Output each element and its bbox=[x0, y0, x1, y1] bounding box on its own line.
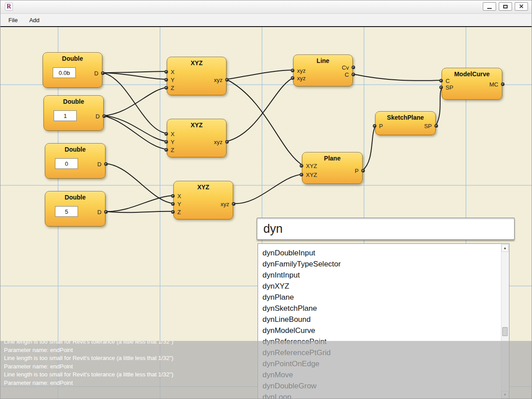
node-xyz-2[interactable]: XYZ X Y Z xyz bbox=[167, 119, 227, 157]
list-item[interactable]: dynDoubleInput bbox=[258, 247, 509, 258]
input-port-icon[interactable] bbox=[291, 76, 294, 80]
node-double-1[interactable]: Double D bbox=[43, 52, 102, 88]
list-item[interactable]: dynLineBound bbox=[258, 314, 509, 325]
output-pin-cv[interactable]: Cv bbox=[342, 64, 355, 70]
list-item[interactable]: dynLoop bbox=[258, 391, 509, 399]
output-port-icon[interactable] bbox=[352, 73, 355, 76]
pin-label: SP bbox=[424, 123, 432, 129]
input-port-icon[interactable] bbox=[373, 124, 376, 128]
list-item[interactable]: dynModelCurve bbox=[258, 325, 509, 336]
list-item[interactable]: dynMove bbox=[258, 369, 509, 380]
input-pin-xyz2[interactable]: xyz bbox=[291, 75, 306, 81]
wire bbox=[102, 73, 168, 79]
output-pin-p[interactable]: P bbox=[355, 168, 365, 174]
double-value-input[interactable] bbox=[55, 206, 78, 217]
output-port-icon[interactable] bbox=[101, 71, 105, 75]
node-modelcurve[interactable]: ModelCurve C SP MC bbox=[442, 68, 502, 100]
input-port-icon[interactable] bbox=[164, 78, 168, 82]
input-pin-y[interactable]: Y bbox=[164, 77, 175, 83]
menu-file[interactable]: File bbox=[8, 17, 18, 23]
output-pin-d[interactable]: D bbox=[98, 209, 108, 215]
minimize-button[interactable] bbox=[483, 2, 496, 11]
node-line[interactable]: Line xyz xyz Cv C bbox=[293, 55, 353, 86]
input-port-icon[interactable] bbox=[171, 210, 175, 214]
output-port-icon[interactable] bbox=[225, 78, 229, 82]
input-pin-x[interactable]: X bbox=[164, 131, 175, 137]
output-pin-xyz[interactable]: xyz bbox=[214, 139, 229, 145]
scrollbar-thumb[interactable] bbox=[502, 327, 508, 336]
node-xyz-3[interactable]: XYZ X Y Z xyz bbox=[173, 181, 233, 219]
input-pin-xyz2[interactable]: XYZ bbox=[300, 172, 317, 178]
node-double-4[interactable]: Double D bbox=[45, 191, 106, 227]
input-port-icon[interactable] bbox=[164, 132, 168, 136]
output-port-icon[interactable] bbox=[434, 124, 438, 128]
output-pin-xyz[interactable]: xyz bbox=[221, 201, 236, 207]
input-port-icon[interactable] bbox=[171, 194, 175, 198]
search-input[interactable] bbox=[257, 218, 514, 239]
output-pin-mc[interactable]: MC bbox=[489, 81, 505, 87]
menu-add[interactable]: Add bbox=[29, 17, 39, 23]
input-port-icon[interactable] bbox=[164, 140, 168, 144]
output-port-icon[interactable] bbox=[361, 169, 365, 172]
input-pin-xyz1[interactable]: xyz bbox=[291, 67, 306, 74]
input-pin-z[interactable]: Z bbox=[164, 147, 174, 153]
input-pin-c[interactable]: C bbox=[439, 78, 450, 84]
input-pin-xyz1[interactable]: XYZ bbox=[300, 163, 317, 169]
output-pin-c[interactable]: C bbox=[345, 71, 355, 78]
input-pin-x[interactable]: X bbox=[164, 69, 175, 75]
output-pin-sp[interactable]: SP bbox=[424, 123, 438, 129]
output-port-icon[interactable] bbox=[102, 114, 106, 118]
output-pin-d[interactable]: D bbox=[96, 113, 106, 119]
input-pin-z[interactable]: Z bbox=[164, 85, 174, 91]
list-item[interactable]: dynFamilyTypeSelector bbox=[258, 258, 509, 270]
list-scrollbar[interactable]: ▲ ▼ bbox=[501, 244, 509, 399]
node-xyz-1[interactable]: XYZ X Y Z xyz bbox=[167, 57, 227, 95]
input-pin-sp[interactable]: SP bbox=[439, 84, 453, 90]
output-port-icon[interactable] bbox=[225, 140, 229, 144]
list-item[interactable]: dynSketchPlane bbox=[258, 303, 509, 314]
output-port-icon[interactable] bbox=[501, 82, 505, 86]
output-pin-xyz[interactable]: xyz bbox=[214, 77, 229, 83]
scroll-up-icon[interactable]: ▲ bbox=[501, 244, 509, 252]
input-pin-p[interactable]: P bbox=[373, 123, 383, 129]
input-port-icon[interactable] bbox=[291, 69, 294, 72]
node-double-2[interactable]: Double D bbox=[43, 95, 104, 131]
double-value-input[interactable] bbox=[55, 158, 78, 169]
output-pin-d[interactable]: D bbox=[98, 161, 108, 167]
node-plane[interactable]: Plane XYZ XYZ P bbox=[302, 152, 363, 184]
wire bbox=[104, 87, 168, 116]
list-item[interactable]: dynPlane bbox=[258, 292, 509, 303]
list-item[interactable]: dynDoubleGrow bbox=[258, 380, 509, 391]
node-sketchplane[interactable]: SketchPlane P SP bbox=[375, 111, 436, 135]
output-port-icon[interactable] bbox=[232, 202, 235, 206]
input-port-icon[interactable] bbox=[164, 86, 168, 90]
input-port-icon[interactable] bbox=[164, 70, 168, 74]
close-button[interactable]: ✕ bbox=[515, 2, 528, 11]
input-port-icon[interactable] bbox=[171, 202, 175, 206]
input-port-icon[interactable] bbox=[439, 86, 443, 89]
output-pin-d[interactable]: D bbox=[94, 70, 105, 76]
input-port-icon[interactable] bbox=[300, 173, 303, 176]
scroll-down-icon[interactable]: ▼ bbox=[501, 391, 509, 399]
input-pin-y[interactable]: Y bbox=[164, 139, 175, 145]
input-pin-y[interactable]: Y bbox=[171, 201, 181, 207]
input-pin-x[interactable]: X bbox=[171, 193, 181, 199]
maximize-button[interactable] bbox=[499, 2, 512, 11]
list-item[interactable]: dynIntInput bbox=[258, 270, 509, 281]
wire bbox=[227, 79, 303, 165]
input-port-icon[interactable] bbox=[300, 164, 303, 168]
list-item[interactable]: dynPointOnEdge bbox=[258, 358, 509, 369]
input-port-icon[interactable] bbox=[164, 148, 168, 152]
list-item[interactable]: dynReferencePoint bbox=[258, 336, 509, 347]
title-bar[interactable]: R ✕ bbox=[0, 0, 532, 14]
output-port-icon[interactable] bbox=[352, 66, 355, 69]
input-port-icon[interactable] bbox=[439, 79, 443, 82]
output-port-icon[interactable] bbox=[104, 162, 108, 166]
double-value-input[interactable] bbox=[53, 67, 76, 78]
double-value-input[interactable] bbox=[54, 110, 77, 121]
output-port-icon[interactable] bbox=[104, 210, 108, 214]
input-pin-z[interactable]: Z bbox=[171, 209, 181, 215]
list-item[interactable]: dynReferencePtGrid bbox=[258, 347, 509, 358]
node-double-3[interactable]: Double D bbox=[45, 143, 106, 179]
list-item[interactable]: dynXYZ bbox=[258, 281, 509, 292]
